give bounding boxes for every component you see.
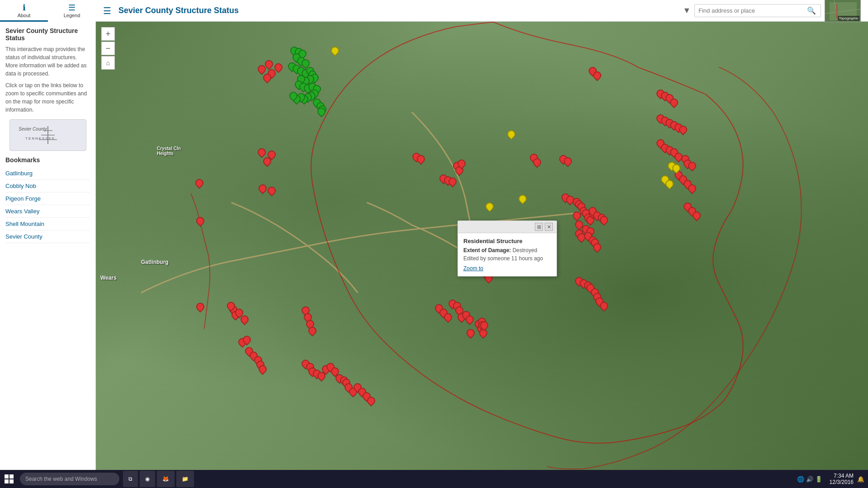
taskbar-right: 🌐 🔊 🔋 7:34 AM 12/3/2016 🔔 xyxy=(793,473,868,485)
search-box: 🔍 xyxy=(694,4,821,17)
popup-damage-label: Extent of Damage: xyxy=(463,247,513,253)
cortana-icon: ◉ xyxy=(145,476,150,482)
bookmark-pigeon-forge[interactable]: Pigeon Forge xyxy=(5,192,90,205)
bookmark-gatlinburg[interactable]: Gatlinburg xyxy=(5,167,90,180)
menu-icon[interactable]: ☰ xyxy=(101,4,113,18)
sidebar-title: Sevier County Structure Status xyxy=(5,27,90,42)
svg-text:Sevier County: Sevier County xyxy=(19,127,47,131)
tab-about[interactable]: ℹ About xyxy=(0,0,48,22)
filter-icon[interactable]: ▼ xyxy=(683,6,691,15)
search-input[interactable] xyxy=(698,7,807,14)
map-popup: ⊞ ✕ Residential Structure Extent of Dama… xyxy=(458,221,557,277)
taskbar-browser-icon[interactable]: 🦊 xyxy=(157,471,175,487)
minimap-label: Topographic xyxy=(838,16,859,21)
popup-damage-value: Destroyed xyxy=(513,247,538,253)
sidebar-desc2: Click or tap on the links below to zoom … xyxy=(5,81,90,114)
network-icon[interactable]: 🌐 xyxy=(797,476,804,483)
taskbar-items: ⧉ ◉ 🦊 📁 xyxy=(119,471,198,487)
taskbar-explorer[interactable]: 📁 xyxy=(176,471,194,487)
map-area[interactable]: Wears Gatlinburg Crystal ClnHeights + − … xyxy=(96,22,868,470)
notification-icon[interactable]: 🔔 xyxy=(857,476,864,483)
bookmark-wears-valley[interactable]: Wears Valley xyxy=(5,205,90,218)
taskbar-time: 7:34 AM 12/3/2016 xyxy=(830,473,854,485)
top-toolbar: ℹ About ☰ Legend ☰ Sevier County Structu… xyxy=(0,0,868,22)
start-button[interactable] xyxy=(0,470,18,488)
explorer-icon: 📁 xyxy=(182,476,189,482)
system-tray: 🌐 🔊 🔋 xyxy=(793,476,826,483)
browser-icon: 🦊 xyxy=(162,476,169,482)
app-title: Sevier County Structure Status xyxy=(118,6,239,15)
logo-svg: Sevier County TENNESSEE xyxy=(14,122,82,149)
bookmark-cobbly-nob[interactable]: Cobbly Nob xyxy=(5,180,90,192)
sidebar-panel: Sevier County Structure Status This inte… xyxy=(0,22,96,470)
minimap-thumbnail[interactable]: Topographic xyxy=(825,0,861,22)
sidebar-tabs: ℹ About ☰ Legend xyxy=(0,0,96,22)
legend-icon: ☰ xyxy=(68,3,75,13)
popup-edited-field: Edited by someone 11 hours ago xyxy=(463,255,551,262)
windows-logo xyxy=(5,474,14,483)
zoom-in-button[interactable]: + xyxy=(101,27,115,41)
bookmarks-title: Bookmarks xyxy=(5,156,90,164)
map-controls: + − ⌂ xyxy=(101,27,115,70)
bookmark-shell-mountain[interactable]: Shell Mountain xyxy=(5,218,90,230)
home-button[interactable]: ⌂ xyxy=(101,56,115,70)
bookmarks-section: Bookmarks Gatlinburg Cobbly Nob Pigeon F… xyxy=(5,156,90,243)
search-icon[interactable]: 🔍 xyxy=(807,6,816,15)
popup-close-button[interactable]: ✕ xyxy=(545,223,553,231)
popup-body: Residential Structure Extent of Damage: … xyxy=(458,233,557,276)
popup-zoom-link[interactable]: Zoom to xyxy=(463,265,551,272)
popup-header: ⊞ ✕ xyxy=(458,221,557,233)
info-icon: ℹ xyxy=(23,3,26,13)
task-view-icon: ⧉ xyxy=(128,476,132,482)
volume-icon[interactable]: 🔊 xyxy=(806,476,813,483)
bookmark-sevier-county[interactable]: Sevier County xyxy=(5,230,90,243)
tab-legend[interactable]: ☰ Legend xyxy=(48,0,96,22)
popup-title: Residential Structure xyxy=(463,238,551,244)
taskbar-cortana[interactable]: ◉ xyxy=(140,471,155,487)
county-logo: Sevier County TENNESSEE xyxy=(9,119,86,151)
popup-dock-button[interactable]: ⊞ xyxy=(535,223,543,231)
taskbar-search-input[interactable] xyxy=(20,473,119,485)
popup-damage-field: Extent of Damage: Destroyed xyxy=(463,247,551,253)
sidebar-desc1: This interactive map provides the status… xyxy=(5,45,90,78)
toolbar-right: ▼ 🔍 Topographic xyxy=(683,0,868,22)
taskbar-task-view[interactable]: ⧉ xyxy=(123,471,138,487)
zoom-out-button[interactable]: − xyxy=(101,42,115,55)
taskbar: ⧉ ◉ 🦊 📁 🌐 🔊 🔋 7:34 AM 12/3/2016 🔔 xyxy=(0,470,868,488)
battery-icon[interactable]: 🔋 xyxy=(815,476,822,483)
